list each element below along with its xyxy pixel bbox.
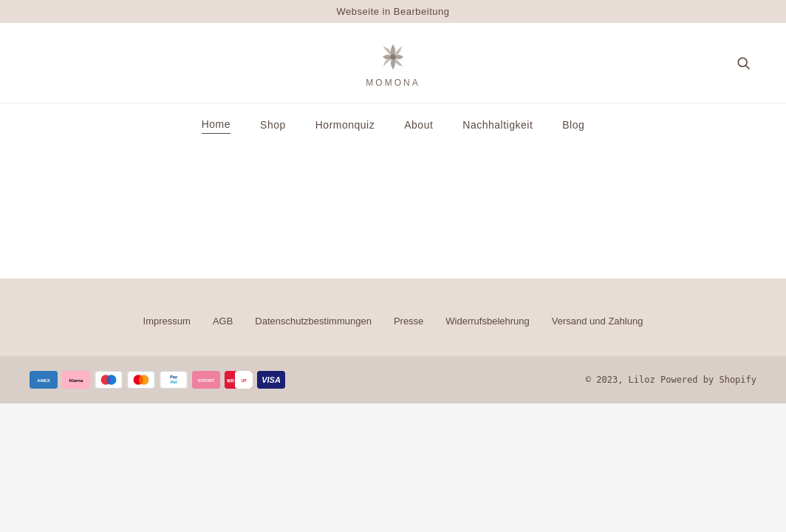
logo-icon — [375, 38, 411, 75]
footer-link-impressum[interactable]: Impressum — [143, 316, 191, 327]
svg-point-14 — [139, 375, 143, 384]
search-button[interactable] — [730, 50, 756, 76]
payment-icons: AMEX Klarna — [30, 371, 285, 389]
svg-text:SOFORT: SOFORT — [198, 378, 216, 383]
payment-icon-klarna: Klarna — [62, 371, 90, 389]
announcement-text: Webseite in Bearbeitung — [337, 6, 450, 17]
payment-icon-unionpay: UP 银联 — [225, 371, 253, 389]
svg-text:UP: UP — [242, 378, 247, 383]
nav-item-blog[interactable]: Blog — [562, 116, 584, 134]
payment-icon-sofort: SOFORT — [192, 371, 220, 389]
svg-text:AMEX: AMEX — [37, 378, 49, 383]
svg-text:银联: 银联 — [226, 378, 235, 383]
svg-text:Pal: Pal — [171, 380, 177, 384]
svg-point-1 — [738, 58, 747, 66]
footer-bottom: AMEX Klarna — [0, 356, 786, 403]
svg-line-2 — [746, 66, 750, 69]
nav-item-home[interactable]: Home — [202, 115, 230, 134]
svg-text:VISA: VISA — [262, 375, 281, 384]
search-icon — [736, 55, 751, 70]
navigation: Home Shop Hormonquiz About Nachhaltigkei… — [0, 103, 786, 146]
nav-item-hormonquiz[interactable]: Hormonquiz — [315, 116, 375, 134]
logo-text: MOMONA — [366, 78, 420, 88]
footer-link-datenschutz[interactable]: Datenschutzbestimmungen — [255, 316, 372, 327]
footer-link-widerruf[interactable]: Widerrufsbelehrung — [445, 316, 529, 327]
announcement-bar: Webseite in Bearbeitung — [0, 0, 786, 23]
svg-text:Pay: Pay — [170, 375, 178, 379]
payment-icon-visa: VISA — [257, 371, 285, 389]
footer-link-agb[interactable]: AGB — [213, 316, 233, 327]
svg-point-10 — [106, 375, 111, 383]
header: MOMONA — [0, 23, 786, 103]
below-footer-area — [0, 403, 786, 532]
nav-item-shop[interactable]: Shop — [260, 116, 286, 134]
payment-icon-maestro — [95, 371, 123, 389]
logo[interactable]: MOMONA — [366, 38, 420, 88]
payment-icon-amex: AMEX — [30, 371, 58, 389]
payment-icon-paypal: Pay Pal — [160, 371, 188, 389]
footer: Impressum AGB Datenschutzbestimmungen Pr… — [0, 279, 786, 403]
footer-links: Impressum AGB Datenschutzbestimmungen Pr… — [30, 316, 756, 327]
nav-item-about[interactable]: About — [404, 116, 433, 134]
footer-link-presse[interactable]: Presse — [394, 316, 423, 327]
svg-text:Klarna: Klarna — [69, 378, 83, 383]
footer-link-versand[interactable]: Versand und Zahlung — [552, 316, 643, 327]
main-content — [0, 146, 786, 279]
nav-item-nachhaltigkeit[interactable]: Nachhaltigkeit — [462, 116, 533, 134]
footer-copyright: © 2023, Liloz Powered by Shopify — [586, 375, 756, 385]
payment-icon-mastercard — [127, 371, 155, 389]
